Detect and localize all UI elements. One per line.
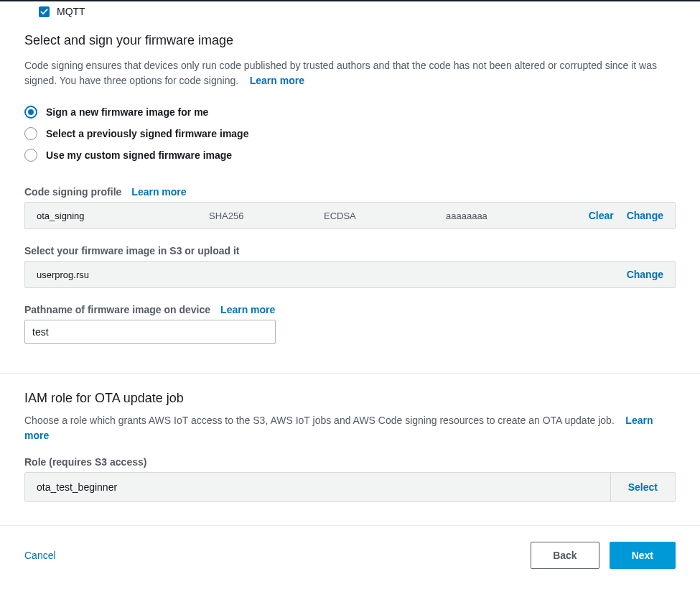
firmware-description-text: Code signing ensures that devices only r… (24, 60, 657, 86)
mqtt-label: MQTT (57, 6, 85, 17)
cancel-button[interactable]: Cancel (24, 550, 56, 561)
select-button[interactable]: Select (610, 473, 675, 501)
radio-label: Select a previously signed firmware imag… (46, 128, 248, 139)
pathname-input[interactable] (24, 320, 276, 344)
pathname-label: Pathname of firmware image on device Lea… (24, 304, 676, 315)
radio-icon[interactable] (24, 149, 37, 162)
field-label-text: Code signing profile (24, 186, 121, 198)
field-label-text: Role (requires S3 access) (24, 456, 146, 468)
field-label-text: Pathname of firmware image on device (24, 304, 210, 315)
next-button[interactable]: Next (610, 542, 676, 569)
profile-algo: ECDSA (324, 211, 446, 221)
profile-hash: SHA256 (209, 211, 324, 221)
radio-icon[interactable] (24, 127, 37, 140)
pathname-learn-more-link[interactable]: Learn more (220, 304, 275, 315)
back-button[interactable]: Back (531, 542, 599, 569)
section-divider (0, 373, 700, 374)
radio-custom-signed[interactable]: Use my custom signed firmware image (24, 144, 676, 166)
field-label-text: Select your firmware image in S3 or uplo… (24, 245, 240, 256)
firmware-section-description: Code signing ensures that devices only r… (24, 58, 676, 88)
main-content: MQTT Select and sign your firmware image… (0, 1, 700, 502)
firmware-s3-label: Select your firmware image in S3 or uplo… (24, 245, 676, 256)
radio-previously-signed[interactable]: Select a previously signed firmware imag… (24, 123, 676, 144)
change-button[interactable]: Change (627, 210, 663, 221)
radio-label: Use my custom signed firmware image (46, 149, 232, 161)
profile-meta: aaaaaaaa (446, 211, 589, 221)
radio-label: Sign a new firmware image for me (46, 106, 208, 118)
firmware-s3-select[interactable]: userprog.rsu Change (24, 261, 676, 288)
clear-button[interactable]: Clear (589, 210, 614, 221)
iam-section-description: Choose a role which grants AWS IoT acces… (24, 413, 676, 443)
firmware-s3-value: userprog.rsu (37, 269, 627, 280)
profile-name: ota_signing (37, 211, 209, 221)
firmware-radio-group: Sign a new firmware image for me Select … (24, 101, 676, 166)
radio-icon[interactable] (24, 106, 37, 119)
firmware-learn-more-link[interactable]: Learn more (250, 75, 304, 86)
change-button[interactable]: Change (627, 269, 663, 280)
code-signing-profile-select[interactable]: ota_signing SHA256 ECDSA aaaaaaaa Clear … (24, 202, 676, 229)
firmware-section-title: Select and sign your firmware image (24, 33, 676, 48)
role-value: ota_test_beginner (25, 473, 610, 501)
role-select-box[interactable]: ota_test_beginner Select (24, 472, 676, 502)
iam-section-title: IAM role for OTA update job (24, 391, 676, 406)
role-field-label: Role (requires S3 access) (24, 456, 676, 468)
code-signing-learn-more-link[interactable]: Learn more (131, 186, 186, 198)
code-signing-profile-label: Code signing profile Learn more (24, 186, 676, 198)
iam-description-text: Choose a role which grants AWS IoT acces… (24, 415, 615, 426)
wizard-footer: Cancel Back Next (0, 525, 700, 581)
radio-sign-new[interactable]: Sign a new firmware image for me (24, 101, 676, 123)
mqtt-checkbox-row[interactable]: MQTT (24, 6, 676, 17)
checkbox-checked-icon[interactable] (39, 6, 50, 17)
